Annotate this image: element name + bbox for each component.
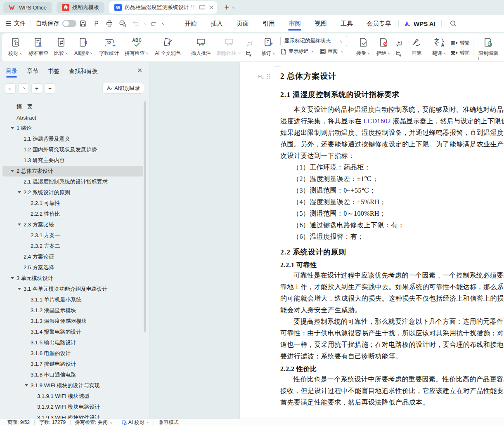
toc-item[interactable]: 1.2 国内外研究现状及发展趋势 — [2, 144, 143, 155]
menu-页面[interactable]: 页面 — [236, 16, 249, 31]
spell-check-button[interactable]: ABC 拼写检查 — [122, 35, 152, 61]
hamburger-icon[interactable] — [6, 21, 11, 26]
menu-会员专享[interactable]: 会员专享 — [366, 16, 392, 31]
heading-handle[interactable]: H₁ — [258, 73, 270, 80]
close-tab-icon[interactable]: ✕ — [209, 4, 214, 11]
collapse-caret-icon[interactable] — [25, 384, 28, 386]
track-changes-button[interactable]: 修订 — [258, 35, 279, 61]
spell-check-status[interactable]: 拼写检查: 关闭 — [75, 419, 113, 426]
toc-item[interactable]: 3.1.9.3 WIFI 模块软件设计 — [2, 412, 143, 419]
traditional-to-simplified-button[interactable]: 繁 转简 — [451, 49, 470, 56]
toc-item[interactable]: 3.1.4 报警电路的设计 — [2, 327, 143, 337]
toc-item[interactable]: 3.1.9.1 WIFI 模块选型 — [2, 391, 143, 402]
toc-item[interactable]: 3.1.2 液晶显示模块 — [2, 305, 143, 316]
toc-item[interactable]: 1.3 研究主要内容 — [2, 155, 143, 166]
toc-item[interactable]: 1 绪论 — [2, 123, 143, 134]
collapse-caret-icon[interactable] — [18, 288, 21, 290]
toc-previous-button[interactable] — [18, 83, 29, 94]
word-count-indicator[interactable]: 字数: 17279 — [39, 419, 66, 426]
document-page[interactable]: H₁ 2 总体方案设计2.1 温湿度控制系统的设计指标要求本文要设计的药品柜温湿… — [240, 62, 504, 419]
ink-brush-button[interactable]: 画笔 — [408, 35, 425, 61]
previous-comment-button[interactable] — [245, 39, 253, 47]
toc-item[interactable]: 2.3.2 方案二 — [2, 241, 143, 252]
proofread-button[interactable]: 校对 — [5, 35, 26, 61]
toc-item[interactable]: 1.1 选题背景及意义 — [2, 134, 143, 144]
toc-item[interactable]: 3 单元模块设计 — [2, 273, 143, 284]
toc-item[interactable]: 摘 要 — [2, 101, 143, 112]
toc-next-button[interactable] — [5, 83, 16, 94]
ai-recognize-toc-button[interactable]: AI识别目录 — [102, 83, 144, 94]
menu-视图[interactable]: 视图 — [314, 16, 327, 31]
toc-item[interactable]: 3.1.5 输出电路设计 — [2, 337, 143, 348]
toc-item[interactable]: 2.1 温湿度控制系统的设计指标要求 — [2, 177, 143, 187]
save-button[interactable] — [78, 18, 88, 29]
page-indicator[interactable]: 页面: 9/52 — [7, 419, 30, 426]
tab-wps-home[interactable]: WPS Office — [3, 2, 52, 13]
toc-item[interactable]: 2 总体方案设计 — [2, 166, 143, 177]
wps-ai-button[interactable]: WPS AI — [404, 20, 435, 27]
tab-list-chevron-icon[interactable] — [232, 5, 236, 8]
search-button[interactable] — [448, 18, 459, 29]
reject-revision-button[interactable]: 拒绝 — [374, 35, 394, 61]
toc-item[interactable]: 3.1.8 串口通信电路 — [2, 370, 143, 380]
print-button[interactable] — [104, 18, 115, 29]
collapse-caret-icon[interactable] — [18, 191, 21, 193]
tab-docer[interactable]: 找稻壳模板 — [57, 2, 104, 13]
next-comment-button[interactable] — [245, 49, 253, 56]
toc-item[interactable]: 3.1 各单元模块功能介绍及电路设计 — [2, 284, 143, 294]
toc-item[interactable]: 2.2.1 可靠性 — [2, 198, 143, 209]
next-revision-button[interactable] — [395, 49, 402, 56]
toc-item[interactable]: 2.2 系统设计的原则 — [2, 187, 143, 198]
toc-item[interactable]: 2.4 方案论证 — [2, 252, 143, 262]
toc-item[interactable]: 3.1.9 WIFI 模块的设计与实现 — [2, 380, 143, 391]
collapse-caret-icon[interactable] — [11, 277, 14, 279]
redo-chevron-icon[interactable] — [162, 21, 165, 24]
accept-revision-button[interactable]: 接受 — [353, 35, 374, 61]
tab-toc[interactable]: 目录 — [6, 63, 17, 80]
collapse-caret-icon[interactable] — [18, 224, 21, 226]
toc-item[interactable]: 3.1.1 单片机最小系统 — [2, 294, 143, 305]
toc-item[interactable]: 3.1.6 电源的设计 — [2, 348, 143, 359]
print-preview-button[interactable] — [117, 18, 128, 29]
toc-item[interactable]: Abstract — [2, 112, 143, 123]
redo-button[interactable] — [148, 18, 159, 29]
ai-proofread-status[interactable]: AI 校对 — [122, 419, 149, 426]
ai-polish-button[interactable]: AI 全文润色 — [152, 35, 184, 61]
show-markup-button[interactable]: 显示标记 — [280, 48, 315, 55]
insert-comment-button[interactable]: 插入批注 — [188, 35, 214, 61]
file-menu[interactable]: 文件 — [14, 20, 26, 27]
toc-item[interactable]: 2.3 方案比较 — [2, 219, 143, 230]
standard-review-button[interactable]: 标准审查 — [26, 35, 51, 61]
tab-document-active[interactable]: W 药品柜温湿度监测系统设计 毕 ✕ — [109, 1, 217, 14]
markup-state-dropdown[interactable]: 显示标记的最终状态 — [280, 36, 347, 46]
collapse-caret-icon[interactable] — [11, 127, 14, 129]
menu-开始[interactable]: 开始 — [184, 16, 197, 31]
screen-share-icon[interactable] — [199, 4, 206, 11]
autosave-toggle[interactable] — [62, 20, 76, 27]
menu-引用[interactable]: 引用 — [262, 16, 275, 31]
tab-chapters[interactable]: 章节 — [27, 63, 38, 80]
toc-item[interactable]: 3.1.7 按键电路设计 — [2, 359, 143, 370]
menu-审阅[interactable]: 审阅 — [288, 16, 301, 31]
new-tab-icon[interactable]: + — [224, 3, 229, 12]
toc-collapse-button[interactable]: − — [45, 83, 55, 94]
previous-revision-button[interactable] — [395, 39, 402, 47]
restrict-editing-button[interactable]: 限制编辑 — [476, 35, 501, 61]
export-button[interactable] — [91, 18, 102, 29]
close-sidebar-icon[interactable]: ✕ — [137, 67, 142, 74]
toc-item[interactable]: 3.1.3 温湿度传感器模块 — [2, 316, 143, 327]
expand-group-icon[interactable] — [476, 57, 479, 60]
sidebar-scrollbar[interactable] — [144, 101, 146, 332]
review-pane-button[interactable]: 审阅 — [319, 48, 344, 55]
ai-read-button[interactable]: AI朗读 — [71, 35, 96, 61]
toc-item[interactable]: 2.3.1 方案一 — [2, 230, 143, 241]
toc-item[interactable]: 2.5 方案选择 — [2, 262, 143, 273]
undo-button[interactable] — [130, 18, 141, 29]
translate-button[interactable]: 文A 翻译 — [429, 35, 450, 61]
undo-chevron-icon[interactable] — [144, 21, 147, 24]
toc-item[interactable]: 3.1.9.2 WIFI 模块电路设计 — [2, 402, 143, 412]
delete-comment-button[interactable]: 删除批注 — [214, 35, 244, 61]
menu-插入[interactable]: 插入 — [210, 16, 223, 31]
word-count-button[interactable]: 12+ 字数统计 — [96, 35, 122, 61]
simplified-to-traditional-button[interactable]: 简 转繁 — [451, 40, 470, 47]
